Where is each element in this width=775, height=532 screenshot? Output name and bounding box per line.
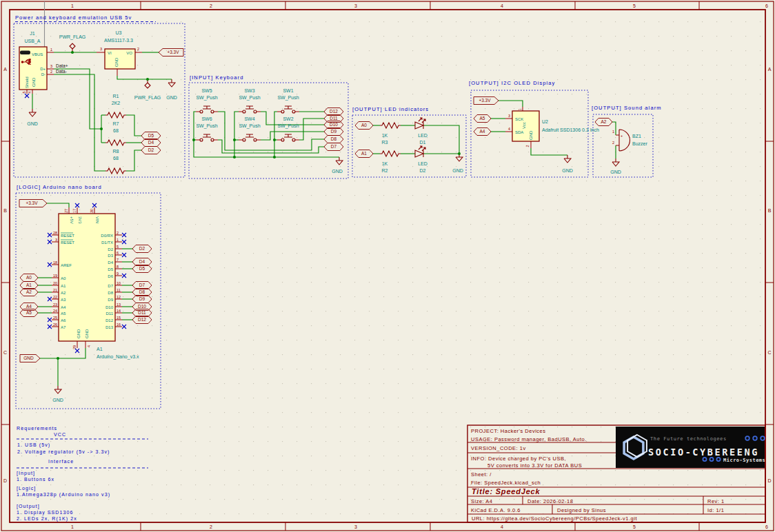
section-title: Power and keyboard emulation USB 5v (15, 14, 132, 21)
schematic-text: SW1 (283, 88, 293, 93)
global-label-text: A1 (26, 283, 32, 287)
schematic-text: D4 (108, 260, 113, 265)
global-label-text: A5 (480, 116, 485, 121)
schematic-text: VO (126, 51, 132, 55)
schematic-text: A4 (61, 305, 66, 309)
schematic-canvas[interactable]: 112233445566AABBCCDD Power and keyboard … (0, 0, 775, 532)
tb-title: Title: SpeedJeck (472, 487, 540, 495)
schematic-text: 3V3 (78, 216, 82, 224)
schematic-text: 1 (518, 108, 522, 110)
section-title: [LOGIC] Arduino nano board (17, 184, 102, 190)
schematic-text: Data+ (56, 63, 68, 68)
schematic-text: SW_Push (277, 95, 299, 101)
schematic-text: SDA (515, 130, 523, 134)
schematic-text: 21 (53, 288, 57, 292)
schematic-text: 1K (382, 161, 388, 166)
schematic-text: SW_Push (196, 95, 217, 101)
schematic-text: 20 (53, 281, 57, 285)
schematic-text: RESET (61, 234, 74, 238)
schematic-text: D+ (40, 67, 46, 71)
global-label-text: +3.3V (26, 201, 38, 205)
schematic-text: LED (418, 133, 427, 138)
schematic-text: GND (85, 329, 89, 338)
schematic-text: SW2 (283, 116, 293, 121)
schematic-text: 3 (55, 238, 57, 242)
schematic-text: D5 (108, 267, 113, 272)
schematic-text: SW_Push (239, 95, 260, 101)
schematic-text: D7 (108, 284, 113, 288)
schematic-text: 19 (53, 274, 57, 278)
tb-sheet: Sheet: / (471, 471, 492, 478)
junction-dot (71, 51, 74, 54)
frame-column-label: 5 (633, 524, 636, 529)
frame-column-label: 5 (633, 3, 636, 8)
schematic-text: 2 (117, 231, 119, 235)
schematic-text: 13 (117, 303, 121, 307)
global-label-text: D11 (330, 116, 338, 121)
junction-dot (458, 152, 461, 155)
schematic-text: SW_Push (277, 123, 299, 129)
tb-designer: Designed by Sinus (557, 507, 606, 513)
schematic-text: 7 (117, 258, 119, 262)
junction-dot (233, 139, 236, 141)
frame-column-label: 3 (354, 3, 357, 8)
global-label-text: A5 (26, 310, 32, 315)
schematic-text: 11 (117, 288, 121, 292)
schematic-text: D12 (105, 318, 114, 323)
frame-row-label: D (767, 478, 771, 483)
frame-row-label: D (3, 478, 7, 483)
tb-date: Date: 2026-02-18 (527, 498, 573, 504)
junction-dot (192, 139, 195, 141)
global-label-text: A2 (26, 289, 32, 294)
schematic-text: GND (32, 77, 36, 87)
schematic-text: A0 (61, 276, 66, 280)
schematic-text: SW_Push (239, 123, 260, 129)
schematic-text: Vcc (522, 122, 526, 129)
frame-row-label: C (767, 350, 771, 355)
schematic-text: GND (114, 57, 119, 67)
frame-column-label: 4 (501, 524, 503, 529)
schematic-text: GND (610, 170, 621, 174)
schematic-text: LED (418, 161, 427, 166)
schematic-text: A5 (61, 311, 66, 316)
schematic-text: 5 (22, 91, 26, 93)
schematic-text: AREF (61, 263, 72, 267)
global-label-text: D9 (331, 129, 337, 134)
schematic-text: 30 (90, 209, 94, 213)
schematic-text: 18 (53, 260, 57, 265)
schematic-text: SW4 (244, 116, 254, 121)
schematic-text: RESET (61, 241, 74, 245)
company-logo: The Future technologees SOCIO-CYBEREENG … (616, 427, 765, 468)
schematic-text: D- (41, 72, 46, 76)
schematic-text: 2 (137, 47, 139, 51)
tb-id: Id: 1/1 (707, 507, 724, 513)
global-label-text: D2 (148, 147, 154, 152)
schematic-text: SW5 (201, 88, 212, 93)
schematic-text: 1 (50, 48, 52, 52)
schematic-text: D6 (108, 274, 113, 278)
schematic-text: VI (108, 51, 112, 55)
schematic-text: 2 (50, 70, 52, 74)
schematic-text: + (621, 134, 623, 138)
schematic-text: 68 (113, 156, 119, 161)
schematic-text: 28 (53, 231, 57, 235)
global-label-text: A1 (361, 151, 367, 156)
kicad-schematic-sheet: 112233445566AABBCCDD Power and keyboard … (0, 0, 775, 532)
schematic-text: D2 (420, 168, 426, 173)
schematic-text: R3 (382, 140, 388, 145)
global-label-text: +3.3V (479, 98, 491, 103)
frame-column-label: 6 (765, 524, 768, 529)
frame-row-label: B (3, 208, 7, 213)
schematic-text: J1 (30, 31, 35, 36)
schematic-text: 4 (508, 127, 510, 131)
schematic-text: PWR_FLAG (59, 34, 86, 40)
frame-row-label: B (768, 208, 772, 213)
schematic-text: SW6 (201, 116, 212, 121)
schematic-text: D13 (105, 325, 114, 329)
frame-column-label: 6 (765, 3, 768, 8)
notes-title: Requerements (17, 426, 57, 431)
schematic-text: 17 (72, 209, 77, 213)
tb-info-line2: 5V converts into 3.3V for DATA BUS (487, 462, 582, 469)
notes-group-header: [Output] (17, 504, 40, 509)
notes-line: 2. LEDs 2x, R(1K) 2x (17, 516, 77, 522)
